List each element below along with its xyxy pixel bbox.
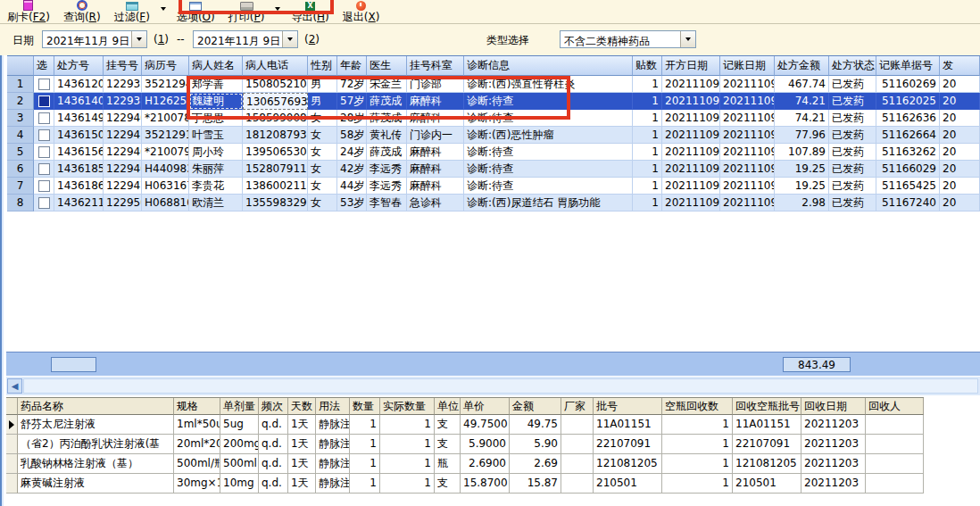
table-cell: 11A01151 [733,415,801,435]
table-row[interactable]: 214361401122938H126250魏建明13065769351男57岁… [7,93,980,110]
table-cell: q.d. [259,454,288,474]
exit-button[interactable]: 退出(X) [340,0,383,23]
column-header[interactable]: 数量 [350,398,380,415]
table-cell: 44岁 [337,178,367,195]
column-header[interactable]: 发 [940,56,980,76]
row-checkbox[interactable] [38,129,50,141]
query-button[interactable]: 查询(R) [61,0,104,23]
table-cell: 467.74 [775,76,829,93]
table-cell: 已发药 [829,93,876,110]
table-cell: 14361864 [54,178,104,195]
column-header[interactable]: 空瓶回收数 [662,398,733,415]
date-from-select[interactable]: 2021年11月 9日 [42,30,147,48]
record-selector-cell [6,415,18,435]
column-header[interactable]: 回收空瓶批号 [733,398,801,415]
column-header[interactable]: 单价 [461,398,510,415]
options-button[interactable]: 选项(O) [174,0,218,23]
row-checkbox[interactable] [38,112,50,124]
drug-row[interactable]: 乳酸钠林格注射液（基）500ml/瓶500mlq.d.1天静脉注11瓶2.690… [6,454,924,474]
column-header[interactable]: 回收人 [866,398,924,415]
column-header[interactable]: 挂号号 [104,56,142,76]
column-header[interactable]: 厂家 [561,398,594,415]
table-cell: 1 [633,127,662,144]
row-checkbox[interactable] [38,95,50,107]
table-cell: 51160269 [876,76,940,93]
column-header[interactable]: 药品名称 [18,398,174,415]
table-cell: 1 [633,161,662,178]
column-header[interactable]: 单剂量 [220,398,259,415]
column-header[interactable]: 回收日期 [801,398,866,415]
column-header[interactable]: 记账单据号 [876,56,940,76]
table-row[interactable]: 4143615091229413521291叶雪玉18120879363女58岁… [7,127,980,144]
column-header[interactable]: 实际数量 [380,398,435,415]
scrollbar-track[interactable] [23,378,978,394]
filter-dropdown-arrow[interactable] [161,7,166,11]
table-cell: H440983 [142,161,189,178]
column-header[interactable]: 天数 [288,398,316,415]
table-cell: 李远秀 [367,161,407,178]
drug-row[interactable]: 舒芬太尼注射液1ml*50u5ugq.d.1天静脉注11支49.750049.7… [6,415,924,435]
date-from-dropdown-icon[interactable] [131,31,146,47]
column-header[interactable]: 金额 [510,398,561,415]
row-checkbox[interactable] [38,79,50,90]
table-row[interactable]: 1143612021229353521294郑学善15080521097男72岁… [7,76,980,93]
table-cell: 14361566 [54,144,104,161]
date-to-dropdown-icon[interactable] [282,31,297,47]
print-button[interactable]: 打印(P) [226,0,268,23]
type-dropdown-icon[interactable] [680,31,695,47]
column-header[interactable]: 挂号科室 [407,56,464,76]
table-cell: 已发药 [829,76,876,93]
table-cell: 1 [380,474,435,494]
column-header[interactable]: 规格 [174,398,220,415]
column-header[interactable]: 频次 [259,398,288,415]
swipe-card-button[interactable]: 刷卡(F2) [4,0,53,23]
row-checkbox[interactable] [38,197,50,209]
table-row[interactable]: 714361864122947H063167李贵花13860021185女44岁… [7,178,980,195]
table-row[interactable]: 514361566122940*210079周小玲13950653023女24岁… [7,144,980,161]
column-header[interactable]: 开方日期 [662,56,720,76]
column-header[interactable]: 性别 [308,56,337,76]
table-cell: 122946 [104,161,142,178]
column-header[interactable]: 年龄 [337,56,367,76]
print-dropdown-arrow[interactable] [275,7,280,11]
column-header[interactable]: 病人电话 [243,56,308,76]
table-row[interactable]: 614361859122946H440983朱丽萍15280791151女42岁… [7,161,980,178]
date-to-select[interactable]: 2021年11月 9日 [193,30,298,48]
table-cell: 1 [380,435,435,454]
row-checkbox[interactable] [38,180,50,192]
table-cell: 72岁 [337,76,367,93]
column-header[interactable]: 选 [34,56,54,76]
horizontal-scrollbar[interactable]: ◀ [6,376,980,395]
row-checkbox[interactable] [38,146,50,158]
filter-button[interactable]: 过滤(F) [112,0,153,23]
column-header[interactable]: 处方状态 [829,56,876,76]
column-header[interactable]: 处方金额 [775,56,829,76]
drug-detail-table: 药品名称规格单剂量频次天数用法数量实际数量单位单价金额厂家批号空瓶回收数回收空瓶… [6,397,924,494]
type-select[interactable]: 不含二类精神药品 [560,30,696,48]
table-row[interactable]: 314361498122940*210078丁思思15859900880女28岁… [7,110,980,127]
column-header[interactable]: 单位 [435,398,461,415]
column-header[interactable]: 病人姓名 [189,56,243,76]
table-cell: 57岁 [337,93,367,110]
table-cell: H126250 [142,93,189,110]
row-checkbox[interactable] [38,163,50,175]
column-header[interactable]: 诊断信息 [464,56,633,76]
table-cell: 22107091 [733,435,801,454]
column-header[interactable]: 病历号 [142,56,189,76]
drug-row[interactable]: （省2）丙泊酚乳状注射液(基20ml*20200mgq.d.1天静脉注11支5.… [6,435,924,454]
column-header[interactable]: 贴数 [633,56,662,76]
table-cell: 58岁 [337,127,367,144]
table-cell: 14361859 [54,161,104,178]
table-row[interactable]: 814362115122950H068810欧清兰13559832995女53岁… [7,195,980,212]
table-cell: 30mg×1 [174,474,220,494]
column-header[interactable]: 用法 [316,398,350,415]
table-cell: 20211109 [662,195,720,212]
column-header[interactable]: 记账日期 [720,56,775,76]
table-cell [866,435,924,454]
column-header[interactable]: 批号 [594,398,662,415]
column-header[interactable]: 医生 [367,56,407,76]
scroll-left-button[interactable]: ◀ [7,378,22,394]
export-button[interactable]: 导出(H) [288,0,331,23]
column-header[interactable]: 处方号 [54,56,104,76]
drug-row[interactable]: 麻黄碱注射液30mg×110mgq.d.1天静脉注11支15.870015.87… [6,474,924,494]
